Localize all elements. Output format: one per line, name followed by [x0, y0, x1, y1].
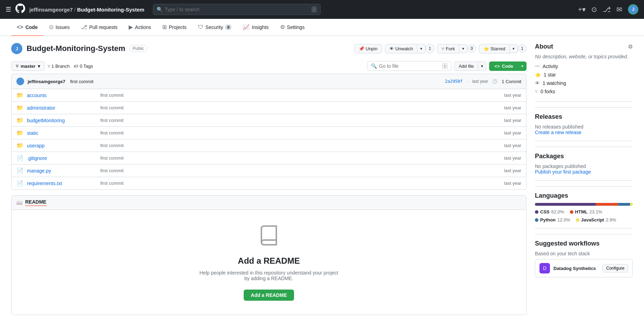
star-icon: ⭐ [484, 46, 489, 51]
commit-count-link[interactable]: 1 Commit [502, 79, 521, 84]
file-name[interactable]: .gitignore [27, 155, 97, 161]
hamburger-icon[interactable]: ☰ [6, 6, 11, 13]
file-name[interactable]: static [27, 130, 97, 136]
add-file-dropdown[interactable]: ▾ [478, 61, 486, 71]
file-time: last year [504, 105, 521, 110]
configure-button[interactable]: Configure [602, 264, 628, 272]
branch-count-link[interactable]: ⑂ 1 Branch [48, 64, 70, 69]
readme-header: 📖 README [12, 196, 526, 210]
branch-selector[interactable]: ⑂ master ▾ [11, 61, 45, 71]
file-toolbar: ⑂ master ▾ ⑂ 1 Branch 🏷 0 Tags 🔍 t [11, 61, 527, 71]
plus-icon[interactable]: +▾ [578, 5, 586, 14]
workflows-section: Suggested workflows Based on your tech s… [535, 234, 633, 277]
file-time: last year [504, 93, 521, 98]
lang-item-javascript[interactable]: JavaScript 2.9% [576, 217, 616, 222]
file-time: last year [504, 118, 521, 123]
repo-nav: <> Code ⊙ Issues ⎇ Pull requests ▶ Actio… [0, 19, 644, 36]
file-search-input[interactable] [379, 63, 440, 69]
tag-count: 0 Tags [80, 64, 93, 69]
commit-author-name[interactable]: jeffinsamgeorge7 [28, 79, 65, 84]
fork-stat[interactable]: ⑂ 0 forks [535, 89, 633, 94]
file-name[interactable]: administrator [27, 105, 97, 111]
activity-stat[interactable]: 〰 Activity [535, 64, 633, 69]
python-lang-bar [618, 203, 630, 206]
lang-item-python[interactable]: Python 12.0% [535, 217, 570, 222]
publish-package-link[interactable]: Publish your first package [535, 169, 591, 175]
lang-item-html[interactable]: HTML 23.1% [570, 209, 602, 214]
css-dot [535, 210, 538, 214]
top-search-bar[interactable]: 🔍 / [153, 4, 321, 15]
js-lang-bar [630, 203, 633, 206]
avatar[interactable]: J [628, 4, 638, 15]
tab-settings[interactable]: ⚙ Settings [274, 19, 310, 36]
repo-title[interactable]: Budget-Monitoring-System [27, 44, 125, 53]
watch-dropdown[interactable]: ▾ [417, 44, 425, 53]
fork-button[interactable]: ⑂ Fork [437, 44, 459, 53]
table-icon: ⊞ [162, 24, 167, 30]
fork-count: 0 forks [541, 89, 555, 94]
divider [535, 101, 633, 102]
file-search[interactable]: 🔍 t [367, 61, 451, 71]
tab-actions[interactable]: ▶ Actions [123, 19, 157, 36]
add-file-button[interactable]: Add file [454, 61, 478, 71]
file-name[interactable]: requirements.txt [27, 181, 97, 186]
watch-button[interactable]: 👁 Unwatch [385, 44, 418, 53]
watching-stat[interactable]: 👁 1 watching [535, 80, 633, 86]
table-row: 📄 manage.py first commit last year [12, 165, 526, 177]
file-name[interactable]: userapp [27, 143, 97, 148]
folder-icon: 📁 [16, 142, 23, 149]
fork-dropdown[interactable]: ▾ [459, 44, 467, 53]
workflow-name: Datadog Synthetics [553, 266, 596, 271]
file-commit: first commit [100, 155, 501, 161]
create-release-link[interactable]: Create a new release [535, 130, 581, 135]
file-search-shortcut: t [442, 63, 448, 69]
breadcrumb-repo[interactable]: Budget-Monitoring-System [77, 7, 144, 13]
code-dropdown[interactable]: ▾ [518, 61, 527, 71]
file-commit: first commit [100, 130, 501, 136]
about-gear-icon[interactable]: ⚙ [628, 43, 633, 50]
tag-count-link[interactable]: 🏷 0 Tags [74, 64, 93, 69]
activity-icon: 〰 [535, 64, 540, 69]
workflows-subtitle: Based on your tech stack [535, 251, 633, 256]
table-row: 📁 budgetMonitoring first commit last yea… [12, 114, 526, 127]
add-readme-button[interactable]: Add a README [244, 290, 294, 301]
languages-title: Languages [535, 192, 633, 199]
language-bar [535, 203, 633, 206]
releases-title: Releases [535, 113, 633, 120]
commit-hash[interactable]: 2a2950f [445, 79, 463, 84]
gear-icon: ⚙ [280, 24, 285, 30]
tab-insights[interactable]: 📈 Insights [237, 19, 274, 36]
file-name[interactable]: accounts [27, 93, 97, 98]
breadcrumb-user[interactable]: jeffinsamgeorge7 [29, 7, 73, 13]
inbox-icon[interactable]: ✉ [616, 5, 622, 14]
languages-section: Languages CSS 62.0% HTML 23.1% [535, 186, 633, 222]
tab-code[interactable]: <> Code [11, 19, 43, 36]
lang-item-css[interactable]: CSS 62.0% [535, 209, 564, 214]
graph-icon: 📈 [243, 24, 250, 30]
github-logo[interactable] [15, 3, 25, 15]
tab-projects[interactable]: ⊞ Projects [157, 19, 192, 36]
search-input[interactable] [165, 7, 309, 12]
play-icon: ▶ [129, 24, 133, 30]
file-name[interactable]: budgetMonitoring [27, 118, 97, 123]
file-time: last year [504, 130, 521, 136]
issues-icon[interactable]: ⊙ [591, 5, 597, 14]
tab-pull-requests[interactable]: ⎇ Pull requests [75, 19, 123, 36]
css-lang-bar [535, 203, 596, 206]
star-button[interactable]: ⭐ Starred [479, 44, 510, 53]
file-name[interactable]: manage.py [27, 168, 97, 174]
star-stat[interactable]: ⭐ 1 star [535, 72, 633, 78]
code-icon: <> [17, 24, 23, 30]
divider [535, 141, 633, 141]
unpin-button[interactable]: 📌 Unpin [354, 44, 382, 53]
table-row: 📁 userapp first commit last year [12, 139, 526, 152]
table-row: 📄 requirements.txt first commit last yea… [12, 177, 526, 189]
commit-meta: 2a2950f · last year 🕐 1 Commit [445, 79, 521, 84]
file-commit: first commit [100, 181, 501, 186]
pullrequest-icon[interactable]: ⎇ [603, 5, 611, 14]
star-dropdown[interactable]: ▾ [510, 44, 518, 53]
folder-icon: 📁 [16, 130, 23, 136]
code-button[interactable]: <> Code [489, 61, 518, 71]
tab-security[interactable]: 🛡 Security 8 [192, 19, 237, 36]
tab-issues[interactable]: ⊙ Issues [43, 19, 75, 36]
